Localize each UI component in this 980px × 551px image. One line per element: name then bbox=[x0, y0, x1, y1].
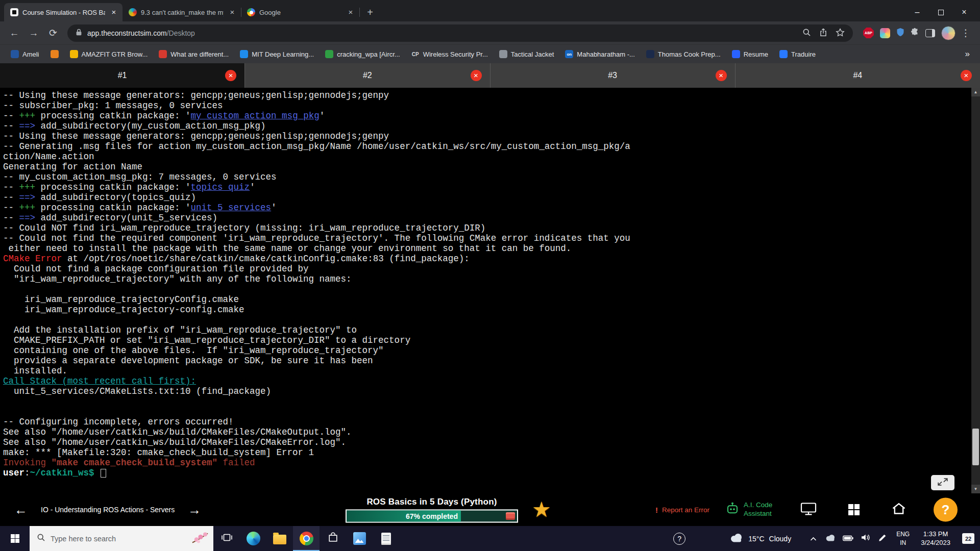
search-icon[interactable] bbox=[802, 28, 811, 38]
terminal-tab-label: #2 bbox=[363, 71, 372, 80]
terminal-tab[interactable]: #3× bbox=[491, 63, 736, 88]
home-button[interactable] bbox=[892, 503, 906, 517]
battery-button[interactable] bbox=[839, 526, 856, 551]
reload-button[interactable]: ⟳ bbox=[44, 24, 62, 42]
browser-tab[interactable]: 9.3 can't catkin_make the my_cus× bbox=[122, 3, 241, 21]
terminal-output[interactable]: -- Using these message generators: gencp… bbox=[0, 88, 971, 493]
photos-taskbar-button[interactable] bbox=[346, 526, 373, 551]
profile-avatar[interactable] bbox=[941, 26, 955, 40]
bookmark-item[interactable]: AMAZFIT GTR Brow... bbox=[65, 48, 153, 60]
fullscreen-button[interactable] bbox=[931, 475, 954, 490]
bookmark-label: Resume bbox=[744, 51, 768, 58]
language-code: ENG bbox=[896, 530, 910, 538]
volume-button[interactable] bbox=[856, 526, 874, 551]
chrome-taskbar-button[interactable] bbox=[293, 526, 320, 551]
scrollbar-thumb[interactable] bbox=[972, 429, 979, 465]
terminal-tab-close-icon[interactable]: × bbox=[716, 70, 727, 81]
bookmark-label: MIT Deep Learning... bbox=[252, 51, 314, 58]
bookmark-label: AMAZFIT GTR Brow... bbox=[82, 51, 148, 58]
forward-button[interactable]: → bbox=[24, 24, 43, 42]
scrollbar-down-icon[interactable]: ▼ bbox=[971, 485, 980, 493]
tab-title: 9.3 can't catkin_make the my_cus bbox=[141, 9, 224, 16]
window-maximize-button[interactable] bbox=[929, 3, 952, 21]
language-indicator[interactable]: ENG IN bbox=[891, 530, 915, 546]
store-taskbar-button[interactable] bbox=[320, 526, 346, 551]
get-help-button[interactable]: ? bbox=[673, 533, 685, 545]
taskbar-search[interactable] bbox=[30, 526, 213, 551]
clock[interactable]: 1:33 PM 3/24/2023 bbox=[915, 530, 957, 547]
onedrive-button[interactable] bbox=[822, 526, 839, 551]
extension-icon[interactable] bbox=[880, 28, 890, 38]
window-close-button[interactable]: × bbox=[952, 3, 976, 21]
bookmark-item[interactable]: Ameli bbox=[6, 48, 44, 60]
report-error-button[interactable]: ! Report an Error bbox=[655, 506, 709, 514]
weather-widget[interactable]: 15°C Cloudy bbox=[729, 533, 791, 544]
start-button[interactable] bbox=[0, 526, 30, 551]
prev-lesson-button[interactable]: ← bbox=[14, 503, 28, 516]
terminal-tab[interactable]: #1× bbox=[0, 63, 245, 88]
apps-grid-button[interactable] bbox=[848, 504, 860, 515]
browser-menu-button[interactable]: ⋮ bbox=[957, 24, 975, 42]
bookmark-item[interactable]: MIT Deep Learning... bbox=[235, 48, 318, 60]
extensions-puzzle-icon[interactable] bbox=[911, 28, 919, 38]
tab-close-icon[interactable]: × bbox=[109, 8, 118, 17]
favorite-star-button[interactable]: ★ bbox=[532, 499, 551, 520]
terminal-tab-close-icon[interactable]: × bbox=[961, 70, 972, 81]
task-view-button[interactable] bbox=[213, 526, 240, 551]
terminal-line: -- subscriber_pkg: 1 messages, 0 service… bbox=[3, 101, 971, 111]
address-bar[interactable]: app.theconstructsim.com/Desktop bbox=[67, 24, 853, 42]
terminal-area: -- Using these message generators: gencp… bbox=[0, 88, 980, 493]
pen-button[interactable] bbox=[874, 526, 891, 551]
region-code: IN bbox=[900, 539, 906, 547]
terminal-tab[interactable]: #4× bbox=[736, 63, 980, 88]
bookmark-item[interactable]: Resume bbox=[727, 48, 773, 60]
shield-extension-icon[interactable] bbox=[896, 28, 904, 39]
ai-code-assistant-button[interactable]: A.I. CodeAssistant bbox=[726, 501, 772, 518]
back-button[interactable]: ← bbox=[5, 24, 23, 42]
site-info-lock-icon[interactable] bbox=[76, 29, 82, 38]
bookmark-star-icon[interactable] bbox=[836, 28, 845, 38]
tray-expand-button[interactable] bbox=[804, 526, 822, 551]
bookmarks-overflow-button[interactable]: » bbox=[961, 49, 974, 59]
action-center-button[interactable]: 22 bbox=[957, 533, 980, 544]
bookmark-item[interactable]: CPWireless Security Pr... bbox=[407, 48, 493, 60]
tab-close-icon[interactable]: × bbox=[346, 8, 355, 17]
ai-assistant-icon bbox=[726, 502, 739, 518]
new-tab-button[interactable]: + bbox=[362, 5, 378, 20]
next-lesson-button[interactable]: → bbox=[188, 503, 201, 516]
expand-icon bbox=[937, 478, 948, 488]
tab-close-icon[interactable]: × bbox=[228, 8, 237, 17]
edge-taskbar-button[interactable] bbox=[240, 526, 266, 551]
notepad-taskbar-button[interactable] bbox=[373, 526, 399, 551]
task-view-icon bbox=[221, 532, 233, 545]
bookmark-item[interactable]: What are different... bbox=[154, 48, 233, 60]
desktop-view-button[interactable] bbox=[800, 502, 817, 518]
bookmark-item[interactable]: Tactical Jacket bbox=[495, 48, 559, 60]
side-panel-icon[interactable] bbox=[925, 29, 935, 37]
bookmark-item[interactable]: Thomas Cook Prep... bbox=[642, 48, 725, 60]
lesson-nav: ← IO - Understanding ROS Actions - Serve… bbox=[14, 493, 201, 526]
file-explorer-taskbar-button[interactable] bbox=[266, 526, 293, 551]
browser-tab[interactable]: Google× bbox=[241, 3, 359, 21]
browser-tab[interactable]: Course Simulation - ROS Basics i× bbox=[4, 3, 122, 21]
bookmark-item[interactable]: Traduire bbox=[775, 48, 820, 60]
taskbar-search-input[interactable] bbox=[51, 535, 206, 543]
progress-bar: 67% completed bbox=[346, 510, 518, 523]
bookmark-item[interactable]: onMahabharatham -... bbox=[560, 48, 639, 60]
terminal-tab-close-icon[interactable]: × bbox=[471, 70, 482, 81]
scrollbar-up-icon[interactable]: ▲ bbox=[971, 88, 980, 96]
bookmark-item[interactable] bbox=[46, 48, 63, 60]
adblock-plus-extension-icon[interactable]: ABP bbox=[863, 28, 874, 38]
bookmark-item[interactable]: cracking_wpa [Aircr... bbox=[321, 48, 405, 60]
help-button[interactable]: ? bbox=[934, 498, 958, 522]
terminal-line: -- Configuring incomplete, errors occurr… bbox=[3, 417, 971, 427]
bookmark-label: What are different... bbox=[170, 51, 229, 58]
terminal-tab-strip: #1×#2×#3×#4× bbox=[0, 63, 980, 88]
terminal-scrollbar[interactable]: ▲ ▼ bbox=[971, 88, 980, 493]
cherry-blossom-icon[interactable] bbox=[191, 531, 209, 546]
terminal-tab-close-icon[interactable]: × bbox=[225, 70, 236, 81]
share-icon[interactable] bbox=[819, 28, 827, 38]
terminal-line: -- Generating .msg files for action my_c… bbox=[3, 141, 971, 152]
terminal-tab[interactable]: #2× bbox=[245, 63, 490, 88]
window-minimize-button[interactable]: – bbox=[905, 3, 929, 21]
